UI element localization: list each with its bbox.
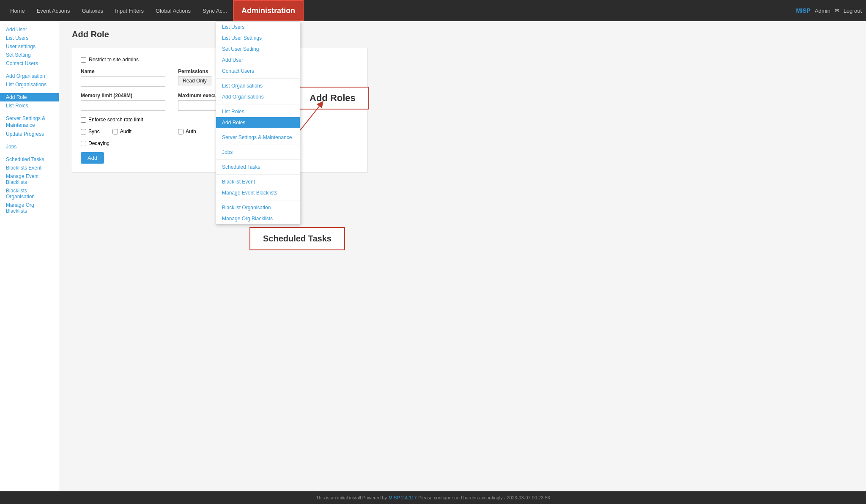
main-content: Add Role Restrict to site admins Name Pe… bbox=[59, 21, 866, 491]
sidebar-item-list-roles[interactable]: List Roles bbox=[0, 101, 59, 110]
dropdown-add-user[interactable]: Add User bbox=[216, 55, 300, 66]
dropdown-add-organisations[interactable]: Add Organisations bbox=[216, 91, 300, 102]
sidebar-item-update-progress[interactable]: Update Progress bbox=[0, 130, 59, 138]
main-layout: Add User List Users User settings Set Se… bbox=[0, 21, 866, 491]
footer: This is an initial install Powered by MI… bbox=[0, 491, 866, 504]
navbar-sync-actions[interactable]: Sync Ac... bbox=[197, 0, 233, 21]
navbar-global-actions[interactable]: Global Actions bbox=[150, 0, 197, 21]
dropdown-list-users[interactable]: List Users bbox=[216, 22, 300, 33]
dropdown-list-roles[interactable]: List Roles bbox=[216, 106, 300, 117]
dropdown-list-organisations[interactable]: List Organisations bbox=[216, 80, 300, 91]
permissions-label: Permissions bbox=[178, 68, 211, 74]
add-button[interactable]: Add bbox=[81, 152, 104, 164]
administration-dropdown: List Users List User Settings Set User S… bbox=[216, 21, 300, 225]
memory-label: Memory limit (2048M) bbox=[81, 93, 165, 99]
sidebar-item-manage-event-blacklists[interactable]: Manage Event Blacklists bbox=[0, 172, 59, 186]
permissions-value[interactable]: Read Only bbox=[178, 76, 211, 85]
audit-item: Audit bbox=[112, 129, 132, 134]
misp-logo[interactable]: MISP bbox=[796, 7, 811, 14]
dropdown-divider-1 bbox=[216, 78, 300, 79]
dropdown-server-settings[interactable]: Server Settings & Maintenance bbox=[216, 132, 300, 143]
navbar-input-filters[interactable]: Input Filters bbox=[109, 0, 150, 21]
navbar: Home Event Actions Galaxies Input Filter… bbox=[0, 0, 866, 21]
dropdown-manage-org-blacklists[interactable]: Manage Org Blacklists bbox=[216, 213, 300, 224]
sidebar-item-manage-org-blacklists[interactable]: Manage Org Blacklists bbox=[0, 201, 59, 215]
sidebar-item-contact-users[interactable]: Contact Users bbox=[0, 59, 59, 68]
dropdown-jobs[interactable]: Jobs bbox=[216, 147, 300, 158]
sidebar-item-list-users[interactable]: List Users bbox=[0, 34, 59, 42]
permissions-group: Permissions Read Only bbox=[178, 68, 211, 85]
restrict-checkbox[interactable] bbox=[81, 57, 86, 63]
sidebar-item-user-settings[interactable]: User settings bbox=[0, 42, 59, 51]
sidebar-item-add-user[interactable]: Add User bbox=[0, 25, 59, 34]
auth-item: Auth bbox=[178, 129, 196, 134]
sidebar-item-set-setting[interactable]: Set Setting bbox=[0, 51, 59, 59]
scheduled-tasks-annotation: Scheduled Tasks bbox=[249, 227, 345, 250]
decaying-checkbox[interactable] bbox=[81, 141, 86, 146]
enforce-item: Enforce search rate limit bbox=[81, 117, 143, 123]
sync-label: Sync bbox=[88, 129, 100, 134]
sidebar: Add User List Users User settings Set Se… bbox=[0, 21, 59, 491]
footer-suffix: Please configure and harden accordingly … bbox=[418, 495, 550, 500]
sidebar-item-scheduled-tasks[interactable]: Scheduled Tasks bbox=[0, 155, 59, 164]
sidebar-item-blacklists-event[interactable]: Blacklists Event bbox=[0, 164, 59, 172]
dropdown-divider-2 bbox=[216, 104, 300, 104]
dropdown-divider-7 bbox=[216, 200, 300, 200]
sidebar-item-jobs[interactable]: Jobs bbox=[0, 142, 59, 151]
dropdown-scheduled-tasks[interactable]: Scheduled Tasks bbox=[216, 162, 300, 173]
name-label: Name bbox=[81, 68, 165, 74]
sidebar-item-blacklists-organisation[interactable]: Blacklists Organisation bbox=[0, 186, 59, 201]
dropdown-set-user-setting[interactable]: Set User Setting bbox=[216, 44, 300, 55]
name-input[interactable] bbox=[81, 76, 165, 87]
sidebar-item-list-organisations[interactable]: List Organisations bbox=[0, 80, 59, 89]
dropdown-list-user-settings[interactable]: List User Settings bbox=[216, 33, 300, 44]
navbar-event-actions[interactable]: Event Actions bbox=[31, 0, 76, 21]
footer-text: This is an initial install Powered by bbox=[316, 495, 387, 500]
navbar-galaxies[interactable]: Galaxies bbox=[76, 0, 109, 21]
admin-label: Admin bbox=[815, 8, 830, 14]
enforce-checkbox[interactable] bbox=[81, 117, 86, 123]
name-group: Name bbox=[81, 68, 165, 87]
navbar-home[interactable]: Home bbox=[4, 0, 31, 21]
dropdown-divider-4 bbox=[216, 145, 300, 145]
dropdown-manage-event-blacklists[interactable]: Manage Event Blacklists bbox=[216, 187, 300, 198]
sidebar-item-add-role[interactable]: Add Role bbox=[0, 93, 59, 101]
dropdown-contact-users[interactable]: Contact Users bbox=[216, 66, 300, 77]
dropdown-divider-3 bbox=[216, 130, 300, 130]
dropdown-blacklist-event[interactable]: Blacklist Event bbox=[216, 176, 300, 187]
enforce-label: Enforce search rate limit bbox=[88, 117, 143, 123]
admin-mail-icon: ✉ bbox=[835, 8, 839, 14]
add-roles-annotation: Add Roles bbox=[296, 87, 369, 110]
decaying-item: Decaying bbox=[81, 140, 110, 146]
sync-item: Sync bbox=[81, 129, 100, 134]
logout-button[interactable]: Log out bbox=[844, 8, 862, 14]
footer-misp-link[interactable]: MISP 2.4.117 bbox=[389, 495, 417, 500]
dropdown-divider-5 bbox=[216, 159, 300, 160]
audit-label: Audit bbox=[120, 129, 132, 134]
sync-checkbox[interactable] bbox=[81, 129, 86, 134]
decaying-label: Decaying bbox=[88, 140, 110, 146]
navbar-administration[interactable]: Administration bbox=[233, 0, 304, 21]
page-title: Add Role bbox=[72, 30, 853, 39]
sidebar-item-add-organisation[interactable]: Add Organisation bbox=[0, 72, 59, 80]
audit-checkbox[interactable] bbox=[112, 129, 118, 134]
memory-input[interactable] bbox=[81, 100, 165, 111]
dropdown-add-roles[interactable]: Add Roles bbox=[216, 117, 300, 128]
restrict-label: Restrict to site admins bbox=[89, 57, 139, 63]
sidebar-item-server-settings[interactable]: Server Settings & Maintenance bbox=[0, 114, 59, 130]
auth-label: Auth bbox=[186, 129, 196, 134]
dropdown-blacklist-organisation[interactable]: Blacklist Organisation bbox=[216, 202, 300, 213]
navbar-right: MISP Admin ✉ Log out bbox=[796, 7, 862, 14]
dropdown-divider-6 bbox=[216, 174, 300, 175]
auth-checkbox[interactable] bbox=[178, 129, 184, 134]
memory-group: Memory limit (2048M) bbox=[81, 93, 165, 111]
